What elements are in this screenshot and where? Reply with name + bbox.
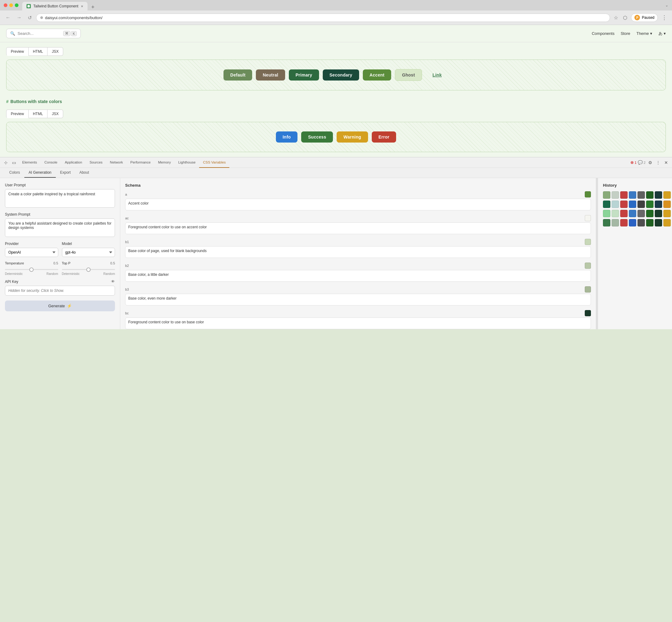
active-tab[interactable]: Tailwind Button Component ✕ [22,2,87,10]
device-tool-icon[interactable]: ▭ [10,159,17,166]
neutral-button[interactable]: Neutral [256,69,285,80]
history-swatch [655,210,662,217]
warning-button[interactable]: Warning [337,131,368,143]
system-prompt-textarea[interactable]: You are a helpful assistant designed to … [5,218,115,237]
cursor-tool-icon[interactable]: ⊹ [2,159,9,166]
temperature-max-label: Random [46,272,58,276]
components-link[interactable]: Components [592,31,615,36]
schema-desc-ac[interactable]: Foreground content color to use on accen… [125,222,591,234]
tab-close-icon[interactable]: ✕ [81,5,83,8]
color-swatch-ac[interactable] [585,215,591,221]
default-button[interactable]: Default [223,69,252,80]
link-button[interactable]: Link [426,69,449,80]
browser-menu-button[interactable]: ⋮ [660,13,668,22]
state-tab-html[interactable]: HTML [29,109,48,118]
url-display[interactable]: daisyui.com/components/button/ [45,15,606,20]
temperature-header: Temperature 0.5 [5,261,58,265]
settings-icon[interactable]: ⚙ [647,159,654,166]
new-tab-button[interactable]: + [89,4,97,10]
info-button[interactable]: Info [276,131,298,143]
state-tab-preview[interactable]: Preview [6,109,29,118]
translate-button[interactable]: あ ▾ [659,31,666,36]
close-devtools-icon[interactable]: ✕ [663,159,670,166]
color-swatch-b3[interactable] [585,286,591,292]
error-button[interactable]: Error [372,131,397,143]
devtools-tab-css-vars[interactable]: CSS Variables [199,158,229,168]
temperature-value: 0.5 [53,261,58,265]
minimize-button[interactable] [9,3,13,7]
devtools-tab-application[interactable]: Application [61,158,86,168]
primary-button[interactable]: Primary [289,69,319,80]
history-row-2[interactable] [603,201,667,208]
schema-desc-b1[interactable]: Base color of page, used for blank backg… [125,246,591,258]
api-key-input[interactable] [5,286,115,296]
schema-item-bc: bc Foreground content color to use on ba… [125,310,591,329]
reload-button[interactable]: ↺ [26,13,34,22]
api-key-row: API Key 👁 [5,279,115,284]
top-p-slider[interactable] [62,269,115,270]
devtools-tab-network[interactable]: Network [106,158,127,168]
extensions-button[interactable]: ⬡ [622,13,629,22]
plugin-tab-colors[interactable]: Colors [5,168,24,178]
history-swatch [620,219,628,227]
devtools-tab-console[interactable]: Console [41,158,61,168]
history-row-4[interactable] [603,219,667,227]
search-input[interactable] [17,31,61,36]
schema-desc-a[interactable]: Accent color [125,199,591,210]
secondary-button[interactable]: Secondary [323,69,359,80]
accent-button[interactable]: Accent [363,69,391,80]
plugin-tab-ai-generation[interactable]: AI Generation [24,168,56,178]
success-button[interactable]: Success [301,131,333,143]
color-swatch-a[interactable] [585,191,591,198]
ghost-button[interactable]: Ghost [395,69,422,81]
history-swatch [603,210,610,217]
theme-button[interactable]: Theme ▾ [637,31,652,36]
history-rows [603,191,667,227]
state-tab-jsx[interactable]: JSX [47,109,63,118]
forward-button[interactable]: → [15,13,24,22]
devtools-tab-memory[interactable]: Memory [154,158,175,168]
back-button[interactable]: ← [4,13,12,22]
temperature-slider[interactable] [5,269,58,270]
devtools-tab-performance[interactable]: Performance [127,158,154,168]
tab-html[interactable]: HTML [29,47,48,56]
store-link[interactable]: Store [621,31,630,36]
provider-label: Provider [5,242,58,246]
tab-preview[interactable]: Preview [6,47,29,56]
expand-tabs-icon[interactable]: ⌄ [665,3,668,7]
provider-select[interactable]: OpenAI Anthropic Google [5,248,58,257]
schema-desc-bc[interactable]: Foreground content color to use on base … [125,317,591,329]
more-options-icon[interactable]: ⋮ [655,159,662,166]
paused-badge[interactable]: P Paused [631,13,658,22]
color-swatch-b2[interactable] [585,263,591,269]
eye-toggle-icon[interactable]: 👁 [111,279,115,284]
close-button[interactable] [4,3,7,7]
warning-badge: 💬 2 [638,160,645,165]
color-swatch-b1[interactable] [585,239,591,245]
maximize-button[interactable] [15,3,18,7]
devtools-tab-elements[interactable]: Elements [18,158,41,168]
model-select[interactable]: gpt-4o gpt-4 gpt-3.5-turbo [62,248,115,257]
schema-desc-b2[interactable]: Base color, a little darker [125,270,591,282]
generate-button[interactable]: Generate ⚡ [5,301,115,311]
user-prompt-textarea[interactable]: Create a color palette inspired by a tro… [5,189,115,208]
history-row-3[interactable] [603,210,667,217]
color-swatch-bc[interactable] [585,310,591,316]
search-icon: 🔍 [10,31,15,36]
history-row-1[interactable] [603,191,667,199]
preview-tabs: Preview HTML JSX [6,47,666,56]
left-panel: User Prompt Create a color palette inspi… [0,178,120,329]
history-swatch [620,191,628,199]
schema-desc-b3[interactable]: Base color, even more darker [125,294,591,306]
plugin-tab-export[interactable]: Export [56,168,75,178]
history-swatch [637,201,645,208]
plugin-panel-content: User Prompt Create a color palette inspi… [0,178,672,329]
user-prompt-label: User Prompt [5,183,115,187]
error-badge: ⊗ 1 [630,160,637,165]
bookmark-button[interactable]: ☆ [612,13,619,22]
address-bar: ⊕ daisyui.com/components/button/ [36,13,610,22]
devtools-tab-lighthouse[interactable]: Lighthouse [175,158,199,168]
devtools-tab-sources[interactable]: Sources [86,158,106,168]
tab-jsx[interactable]: JSX [47,47,63,56]
plugin-tab-about[interactable]: About [75,168,93,178]
